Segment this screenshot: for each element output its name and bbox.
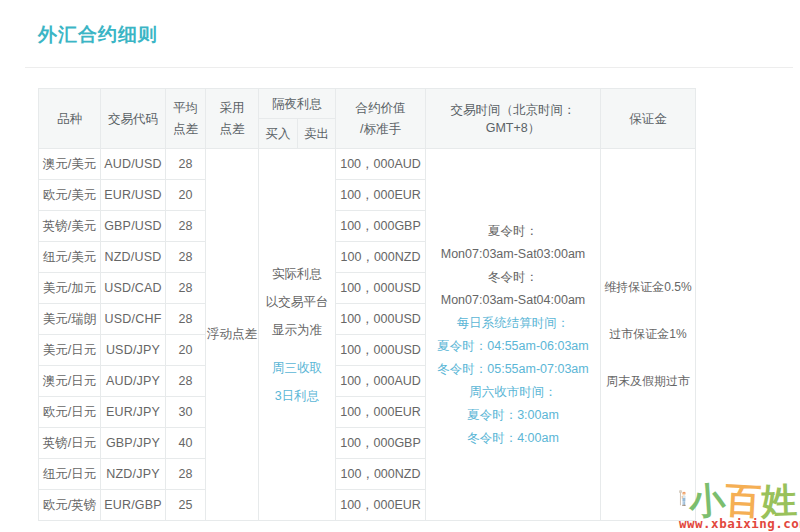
col-header-variety: 品种: [39, 89, 101, 149]
contract-value-cell: 100，000GBP: [336, 428, 426, 459]
title-divider: [25, 67, 793, 68]
variety-cell: 欧元/日元: [39, 397, 101, 428]
code-cell: USD/CAD: [101, 273, 166, 304]
col-header-adopted-spread: 采用 点差: [206, 89, 259, 149]
code-cell: USD/CHF: [101, 304, 166, 335]
code-cell: EUR/JPY: [101, 397, 166, 428]
adopted-spread-cell: 浮动点差: [206, 149, 259, 521]
variety-cell: 澳元/日元: [39, 366, 101, 397]
avg-spread-cell: 20: [166, 335, 206, 366]
variety-cell: 纽元/日元: [39, 459, 101, 490]
contract-value-cell: 100，000AUD: [336, 149, 426, 180]
contract-value-cell: 100，000EUR: [336, 180, 426, 211]
contract-value-cell: 100，000GBP: [336, 211, 426, 242]
contract-value-cell: 100，000NZD: [336, 242, 426, 273]
contract-spec-table: 品种 交易代码 平均 点差 采用 点差 隔夜利息 合约价值 /标准手 交易时间（…: [38, 88, 696, 521]
avg-spread-cell: 25: [166, 490, 206, 521]
avg-spread-cell: 28: [166, 273, 206, 304]
avg-spread-cell: 28: [166, 366, 206, 397]
avg-spread-cell: 40: [166, 428, 206, 459]
avg-spread-cell: 28: [166, 304, 206, 335]
col-header-buy: 买入: [259, 119, 298, 149]
header-row-1: 品种 交易代码 平均 点差 采用 点差 隔夜利息 合约价值 /标准手 交易时间（…: [39, 89, 696, 119]
variety-cell: 欧元/美元: [39, 180, 101, 211]
variety-cell: 纽元/美元: [39, 242, 101, 273]
code-cell: GBP/USD: [101, 211, 166, 242]
overnight-highlight-note: 周三收取 3日利息: [259, 354, 335, 410]
overnight-note: 实际利息 以交易平台 显示为准: [259, 260, 335, 344]
col-header-trading-time: 交易时间（北京时间：GMT+8）: [426, 89, 601, 149]
code-cell: NZD/USD: [101, 242, 166, 273]
col-header-contract-value: 合约价值 /标准手: [336, 89, 426, 149]
code-cell: EUR/USD: [101, 180, 166, 211]
variety-cell: 欧元/英镑: [39, 490, 101, 521]
col-header-margin: 保证金: [601, 89, 696, 149]
variety-cell: 美元/加元: [39, 273, 101, 304]
variety-cell: 美元/瑞朗: [39, 304, 101, 335]
watermark: 小 百 姓 www.xbaixing.com: [679, 474, 797, 531]
code-cell: USD/JPY: [101, 335, 166, 366]
col-header-code: 交易代码: [101, 89, 166, 149]
variety-cell: 澳元/美元: [39, 149, 101, 180]
page-title: 外汇合约细则: [38, 22, 158, 48]
contract-value-cell: 100，000AUD: [336, 366, 426, 397]
code-cell: AUD/USD: [101, 149, 166, 180]
contract-value-cell: 100，000USD: [336, 335, 426, 366]
code-cell: EUR/GBP: [101, 490, 166, 521]
avg-spread-cell: 20: [166, 180, 206, 211]
code-cell: NZD/JPY: [101, 459, 166, 490]
variety-cell: 英镑/日元: [39, 428, 101, 459]
avg-spread-cell: 28: [166, 149, 206, 180]
margin-cell: 维持保证金0.5% 过市保证金1% 周末及假期过市: [601, 149, 696, 521]
code-cell: AUD/JPY: [101, 366, 166, 397]
table-row: 澳元/美元 AUD/USD 28 浮动点差 实际利息 以交易平台 显示为准 周三…: [39, 149, 696, 180]
contract-value-cell: 100，000EUR: [336, 490, 426, 521]
avg-spread-cell: 28: [166, 211, 206, 242]
col-header-sell: 卖出: [298, 119, 336, 149]
watermark-brand-text: 小 百 姓: [689, 482, 797, 520]
col-header-avg-spread: 平均 点差: [166, 89, 206, 149]
avg-spread-cell: 28: [166, 459, 206, 490]
page: 外汇合约细则 品种 交易代码 平均 点差 采用 点差 隔夜利息: [0, 0, 800, 532]
variety-cell: 美元/日元: [39, 335, 101, 366]
overnight-interest-cell: 实际利息 以交易平台 显示为准 周三收取 3日利息: [259, 149, 336, 521]
contract-value-cell: 100，000USD: [336, 304, 426, 335]
code-cell: GBP/JPY: [101, 428, 166, 459]
contract-value-cell: 100，000USD: [336, 273, 426, 304]
avg-spread-cell: 28: [166, 242, 206, 273]
variety-cell: 英镑/美元: [39, 211, 101, 242]
contract-value-cell: 100，000NZD: [336, 459, 426, 490]
col-header-overnight-interest: 隔夜利息: [259, 89, 336, 119]
avg-spread-cell: 30: [166, 397, 206, 428]
trading-time-cell: 夏令时： Mon07:03am-Sat03:00am 冬令时： Mon07:03…: [426, 149, 601, 521]
farmer-mascot-icon: [679, 474, 687, 522]
contract-value-cell: 100，000EUR: [336, 397, 426, 428]
